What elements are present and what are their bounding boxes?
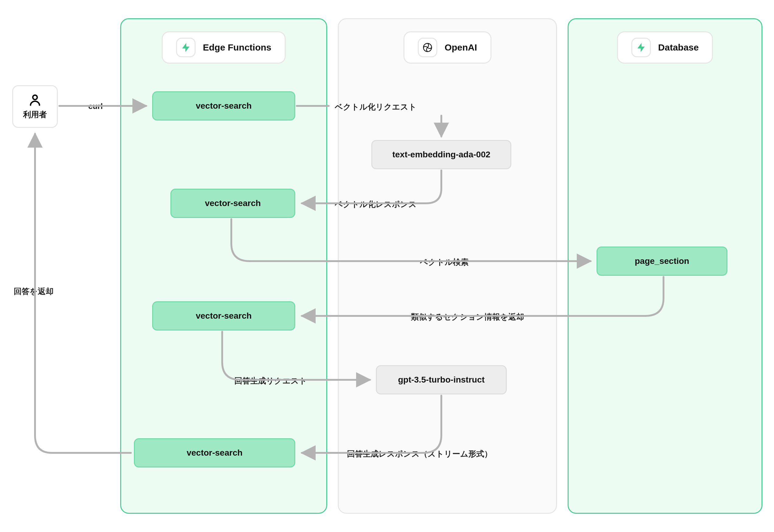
- diagram: 利用者 Edge Functions OpenAI Databas: [0, 0, 774, 532]
- edges-svg: [0, 0, 774, 532]
